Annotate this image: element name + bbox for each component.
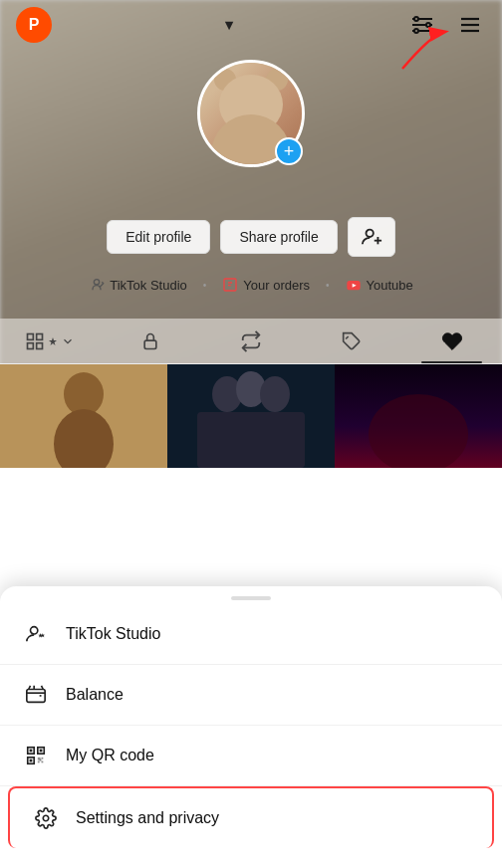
svg-rect-21 [37, 333, 43, 339]
svg-rect-40 [27, 690, 45, 703]
divider-2: • [326, 280, 330, 291]
youtube-link[interactable]: Youtube [346, 277, 413, 293]
menu-button[interactable] [454, 9, 486, 41]
svg-rect-23 [37, 342, 43, 348]
svg-rect-58 [38, 761, 40, 763]
tab-grid[interactable] [0, 319, 101, 363]
svg-point-1 [426, 23, 430, 27]
chevron-down-icon: ▾ [225, 16, 233, 34]
user-initial-badge[interactable]: P [16, 7, 52, 43]
avatar-section: + [197, 60, 305, 167]
tab-likes[interactable] [401, 319, 502, 363]
svg-rect-57 [42, 758, 44, 760]
profile-actions: Edit profile Share profile [0, 217, 502, 257]
svg-line-27 [346, 336, 349, 339]
tiktok-studio-link[interactable]: TikTok Studio [89, 277, 187, 293]
qr-code-menu-label: My QR code [66, 747, 154, 764]
tab-lock[interactable] [101, 319, 201, 363]
username-dropdown[interactable]: ▾ [225, 16, 233, 34]
svg-point-34 [260, 376, 290, 412]
svg-rect-45 [40, 750, 43, 753]
tiktok-studio-menu-label: TikTok Studio [66, 625, 160, 643]
svg-point-13 [366, 230, 373, 237]
profile-links: TikTok Studio • Your orders • Youtube [0, 277, 502, 293]
tuner-button[interactable] [406, 9, 438, 41]
svg-point-61 [43, 815, 49, 821]
menu-item-tiktok-studio[interactable]: TikTok Studio [0, 604, 502, 665]
add-friend-button[interactable] [348, 217, 395, 257]
top-bar: P ▾ [0, 0, 502, 50]
photo-3[interactable] [335, 364, 502, 468]
menu-item-settings-privacy[interactable]: Settings and privacy [8, 786, 494, 848]
svg-rect-60 [40, 760, 42, 761]
svg-rect-44 [30, 750, 33, 753]
svg-marker-24 [49, 337, 57, 345]
tab-repost[interactable] [201, 319, 302, 363]
orders-link[interactable]: Your orders [222, 277, 310, 293]
balance-menu-label: Balance [66, 686, 124, 704]
photo-2[interactable] [167, 364, 335, 468]
svg-point-38 [31, 627, 38, 634]
menu-item-qr-code[interactable]: My QR code [0, 726, 502, 786]
settings-icon [34, 806, 58, 830]
qr-icon [24, 744, 48, 767]
divider-1: • [203, 280, 207, 291]
svg-point-16 [95, 280, 100, 285]
edit-profile-button[interactable]: Edit profile [107, 220, 210, 254]
svg-rect-35 [197, 412, 305, 468]
photo-1[interactable] [0, 364, 167, 468]
svg-rect-20 [28, 333, 34, 339]
photo-1-content [0, 364, 167, 468]
svg-point-2 [414, 29, 418, 33]
photo-grid [0, 364, 502, 468]
tiktok-studio-label: TikTok Studio [110, 278, 187, 293]
tab-bar [0, 319, 502, 364]
share-profile-button[interactable]: Share profile [220, 220, 337, 254]
profile-background: P ▾ [0, 0, 502, 468]
svg-point-0 [414, 17, 418, 21]
wallet-icon [24, 683, 48, 707]
sheet-handle [231, 596, 271, 600]
top-bar-actions [406, 9, 486, 41]
bottom-sheet: TikTok Studio Balance [0, 586, 502, 868]
menu-item-balance[interactable]: Balance [0, 665, 502, 726]
svg-rect-25 [144, 340, 156, 348]
settings-privacy-menu-label: Settings and privacy [76, 809, 219, 827]
add-avatar-button[interactable]: + [275, 137, 303, 165]
youtube-label: Youtube [367, 278, 413, 293]
person-star-icon [24, 622, 48, 646]
svg-rect-46 [30, 760, 33, 762]
svg-rect-59 [42, 761, 44, 763]
tab-tag[interactable] [301, 319, 401, 363]
orders-label: Your orders [243, 278, 310, 293]
svg-rect-22 [28, 342, 34, 348]
